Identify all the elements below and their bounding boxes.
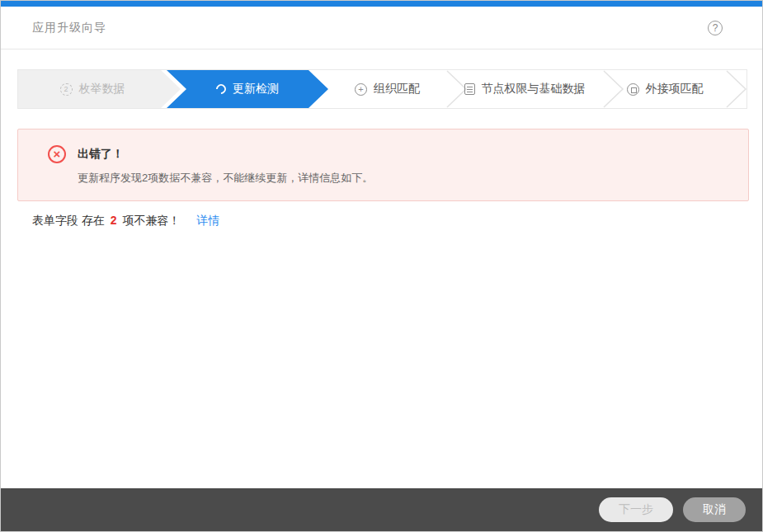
tab-step-enum-data[interactable]: 2 枚举数据 — [18, 70, 167, 108]
step-label: 节点权限与基础数据 — [482, 82, 586, 97]
step-label: 组织匹配 — [374, 82, 420, 97]
step-chevron-divider — [726, 70, 747, 108]
wizard-header: 应用升级向导 ? — [1, 7, 762, 49]
next-step-button[interactable]: 下一步 — [599, 497, 673, 522]
result-prefix: 表单字段 存在 — [32, 214, 105, 227]
error-title: 出错了！ — [78, 147, 373, 162]
tab-step-node-perms[interactable]: 节点权限与基础数据 — [446, 70, 603, 108]
step-label: 更新检测 — [233, 82, 279, 97]
tab-step-external-match[interactable]: 外接项匹配 — [603, 70, 727, 108]
tab-step-update-check[interactable]: 更新检测 — [186, 70, 308, 108]
tab-step-org-match[interactable]: + 组织匹配 — [328, 70, 446, 108]
top-accent-bar — [1, 1, 762, 7]
error-message: 更新程序发现2项数据不兼容，不能继续更新，详情信息如下。 — [78, 171, 373, 186]
details-link[interactable]: 详情 — [196, 214, 219, 227]
error-icon-column: × — [18, 129, 66, 200]
app-upgrade-wizard-window: 应用升级向导 ? 2 枚举数据 更新检测 + 组织匹配 节点权限与基础数据 外接… — [0, 0, 763, 532]
node-perms-icon — [464, 83, 475, 95]
footer-action-bar: 下一步 取消 — [1, 488, 762, 531]
page-title: 应用升级向导 — [32, 21, 106, 35]
external-match-icon — [627, 83, 639, 96]
error-circle-x-icon: × — [48, 145, 66, 163]
error-banner: × 出错了！ 更新程序发现2项数据不兼容，不能继续更新，详情信息如下。 — [17, 129, 749, 201]
incompatible-result-line: 表单字段 存在 2 项不兼容！ 详情 — [32, 214, 219, 228]
step-label: 外接项匹配 — [646, 82, 704, 97]
result-suffix: 项不兼容！ — [122, 214, 180, 227]
org-match-icon: + — [355, 83, 367, 96]
error-text-column: 出错了！ 更新程序发现2项数据不兼容，不能继续更新，详情信息如下。 — [66, 129, 373, 200]
wizard-stepper: 2 枚举数据 更新检测 + 组织匹配 节点权限与基础数据 外接项匹配 — [17, 69, 747, 109]
step-label: 枚举数据 — [79, 82, 125, 97]
refresh-icon — [214, 82, 228, 97]
help-icon[interactable]: ? — [708, 21, 723, 35]
incompatible-count: 2 — [108, 214, 120, 227]
enum-data-icon: 2 — [60, 83, 73, 96]
cancel-button[interactable]: 取消 — [683, 497, 746, 522]
